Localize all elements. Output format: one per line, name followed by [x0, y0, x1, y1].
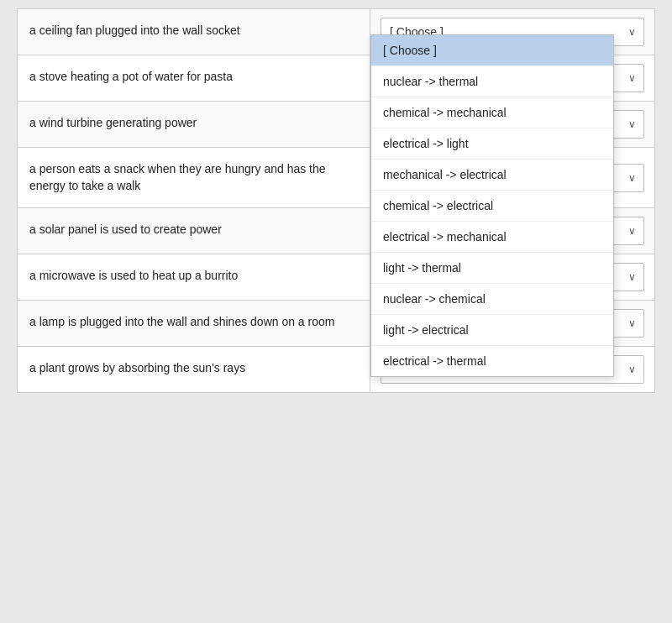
dropdown-item[interactable]: nuclear -> thermal [371, 66, 613, 97]
question-text: a plant grows by absorbing the sun's ray… [18, 347, 370, 392]
answer-cell: [ Choose ] [ Choose ] nuclear -> thermal… [370, 9, 654, 55]
dropdown-item[interactable]: mechanical -> electrical [371, 160, 613, 191]
dropdown-item[interactable]: [ Choose ] [371, 35, 613, 66]
dropdown-overlay: [ Choose ] nuclear -> thermal chemical -… [370, 34, 614, 377]
questions-table: a ceiling fan plugged into the wall sock… [17, 8, 655, 393]
question-text: a wind turbine generating power [18, 102, 370, 147]
table-row: a ceiling fan plugged into the wall sock… [17, 8, 655, 55]
question-text: a solar panel is used to create power [18, 208, 370, 254]
question-text: a ceiling fan plugged into the wall sock… [18, 9, 370, 55]
dropdown-item[interactable]: electrical -> thermal [371, 346, 613, 376]
question-text: a person eats a snack when they are hung… [18, 148, 370, 207]
dropdown-item[interactable]: light -> thermal [371, 253, 613, 284]
question-text: a stove heating a pot of water for pasta [18, 55, 370, 101]
dropdown-item[interactable]: light -> electrical [371, 315, 613, 346]
dropdown-item[interactable]: electrical -> mechanical [371, 222, 613, 253]
question-text: a lamp is plugged into the wall and shin… [18, 301, 370, 346]
dropdown-item[interactable]: nuclear -> chemical [371, 284, 613, 315]
dropdown-item[interactable]: chemical -> electrical [371, 191, 613, 222]
page-container: a ceiling fan plugged into the wall sock… [0, 0, 672, 400]
question-text: a microwave is used to heat up a burrito [18, 254, 370, 300]
dropdown-item[interactable]: electrical -> light [371, 128, 613, 160]
dropdown-item[interactable]: chemical -> mechanical [371, 97, 613, 128]
